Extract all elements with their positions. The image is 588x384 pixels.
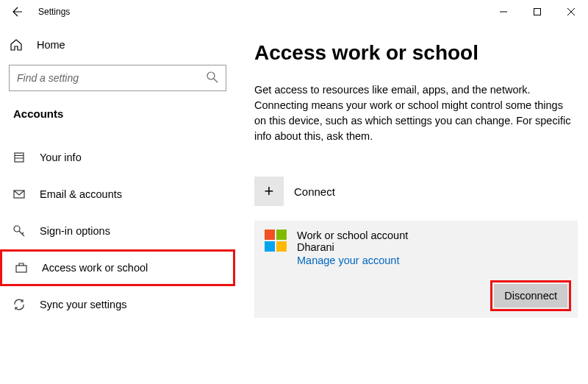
sidebar-item-your-info[interactable]: Your info xyxy=(0,139,235,176)
svg-rect-13 xyxy=(16,266,26,272)
back-button[interactable] xyxy=(7,6,28,18)
svg-rect-1 xyxy=(534,9,541,15)
account-card[interactable]: Work or school account Dharani Manage yo… xyxy=(254,221,578,318)
page-title: Access work or school xyxy=(254,41,578,65)
minimize-button[interactable] xyxy=(487,0,520,24)
sidebar-item-label: Sign-in options xyxy=(40,225,110,237)
home-icon xyxy=(9,38,24,51)
svg-point-4 xyxy=(207,72,215,79)
sidebar-item-access-work-school[interactable]: Access work or school xyxy=(0,249,235,286)
account-name: Work or school account xyxy=(297,230,408,241)
sidebar-item-label: Access work or school xyxy=(42,262,148,274)
close-icon xyxy=(567,8,575,15)
home-label: Home xyxy=(37,39,65,51)
connect-button[interactable]: + Connect xyxy=(254,177,578,206)
main-content: Access work or school Get access to reso… xyxy=(235,24,588,384)
titlebar: Settings xyxy=(0,0,588,24)
page-description: Get access to resources like email, apps… xyxy=(254,82,578,144)
sidebar-item-label: Email & accounts xyxy=(40,188,122,200)
mail-icon xyxy=(12,188,26,201)
microsoft-logo-icon xyxy=(265,230,287,252)
svg-line-11 xyxy=(19,231,24,236)
sidebar-item-label: Sync your settings xyxy=(40,299,126,310)
key-icon xyxy=(12,224,26,238)
account-user: Dharani xyxy=(297,241,408,253)
sidebar: Home Accounts Your info Email & acco xyxy=(0,24,235,384)
minimize-icon xyxy=(500,8,507,15)
plus-icon: + xyxy=(254,177,284,206)
sidebar-item-sync-settings[interactable]: Sync your settings xyxy=(0,286,235,323)
section-title: Accounts xyxy=(0,107,235,139)
home-link[interactable]: Home xyxy=(0,38,235,65)
disconnect-button[interactable]: Disconnect xyxy=(494,284,567,307)
maximize-button[interactable] xyxy=(520,0,554,24)
sidebar-item-email-accounts[interactable]: Email & accounts xyxy=(0,176,235,213)
arrow-left-icon xyxy=(12,6,24,18)
window-title: Settings xyxy=(38,7,70,17)
search-input[interactable] xyxy=(9,65,226,91)
briefcase-icon xyxy=(14,261,29,274)
sync-icon xyxy=(12,298,26,311)
sidebar-item-label: Your info xyxy=(40,152,82,163)
svg-point-10 xyxy=(14,226,20,232)
connect-label: Connect xyxy=(294,185,335,198)
search-container xyxy=(9,65,226,91)
person-icon xyxy=(12,151,26,164)
manage-account-link[interactable]: Manage your account xyxy=(297,255,408,266)
maximize-icon xyxy=(534,8,541,15)
sidebar-item-sign-in-options[interactable]: Sign-in options xyxy=(0,213,235,249)
svg-line-5 xyxy=(214,79,218,82)
svg-rect-6 xyxy=(15,153,24,162)
close-button[interactable] xyxy=(554,0,588,24)
svg-line-12 xyxy=(22,232,24,234)
search-icon xyxy=(206,71,219,84)
